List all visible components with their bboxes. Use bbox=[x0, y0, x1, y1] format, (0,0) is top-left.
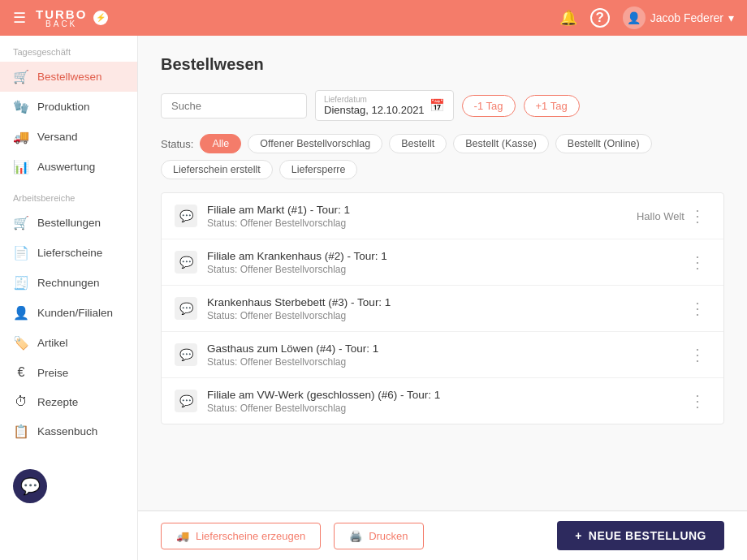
table-row[interactable]: 💬 Filiale am VW-Werk (geschlossen) (#6) … bbox=[162, 378, 723, 424]
order-status: Status: Offener Bestellvorschlag bbox=[207, 264, 668, 275]
sidebar-item-versand[interactable]: 🚚 Versand bbox=[0, 122, 137, 152]
delivery-icon: 📄 bbox=[13, 245, 29, 261]
order-icon: 💬 bbox=[175, 390, 197, 412]
cash-book-icon: 📋 bbox=[13, 424, 29, 439]
filter-bestellt-kasse[interactable]: Bestellt (Kasse) bbox=[453, 134, 549, 153]
sidebar-item-auswertung[interactable]: 📊 Auswertung bbox=[0, 152, 137, 182]
cart-icon: 🛒 bbox=[13, 69, 29, 84]
sidebar-item-label: Rechnungen bbox=[37, 277, 100, 289]
footer-bar: 🚚 Lieferscheine erzeugen 🖨️ Drucken + NE… bbox=[138, 510, 747, 560]
sidebar-item-label: Kunden/Filialen bbox=[37, 307, 113, 319]
recipe-icon: ⏱ bbox=[13, 394, 29, 409]
plus-icon: + bbox=[575, 529, 582, 542]
notification-icon[interactable]: 🔔 bbox=[559, 9, 577, 27]
invoice-icon: 🧾 bbox=[13, 275, 29, 291]
date-picker[interactable]: Lieferdatum Dienstag, 12.10.2021 📅 bbox=[315, 90, 454, 121]
sidebar-item-preise[interactable]: € Preise bbox=[0, 358, 137, 387]
truck-icon: 🚚 bbox=[176, 530, 189, 542]
sidebar-item-label: Preise bbox=[37, 367, 68, 379]
order-context-menu-icon[interactable]: ⋮ bbox=[684, 295, 710, 321]
table-row[interactable]: 💬 Krankenhaus Sterbebett (#3) - Tour: 1 … bbox=[162, 286, 723, 332]
sidebar-section-arbeitsbereiche: Arbeitsbereiche bbox=[0, 182, 137, 208]
filter-bestellt[interactable]: Bestellt bbox=[389, 134, 447, 153]
status-label: Status: bbox=[161, 138, 193, 150]
sidebar-item-lieferscheine[interactable]: 📄 Lieferscheine bbox=[0, 238, 137, 268]
order-tag: Hallo Welt bbox=[637, 210, 684, 222]
order-icon: 💬 bbox=[175, 251, 197, 274]
filter-offener-bestellvorschlag[interactable]: Offener Bestellvorschlag bbox=[248, 134, 382, 153]
logo-text: TURBO BACK bbox=[36, 8, 87, 28]
order-status: Status: Offener Bestellvorschlag bbox=[207, 403, 668, 414]
sidebar-item-label: Artikel bbox=[37, 337, 68, 349]
order-name: Filiale am Markt (#1) - Tour: 1 bbox=[207, 204, 620, 216]
sidebar-item-label: Versand bbox=[37, 131, 78, 143]
order-name: Filiale am VW-Werk (geschlossen) (#6) - … bbox=[207, 389, 668, 401]
chevron-down-icon: ▾ bbox=[728, 11, 734, 24]
table-row[interactable]: 💬 Filiale am Markt (#1) - Tour: 1 Status… bbox=[162, 193, 723, 239]
new-order-button[interactable]: + NEUE BESTELLUNG bbox=[557, 521, 724, 550]
order-context-menu-icon[interactable]: ⋮ bbox=[684, 388, 710, 414]
page-title: Bestellwesen bbox=[161, 55, 724, 74]
sidebar-item-label: Produktion bbox=[37, 101, 90, 113]
app-body: Tagesgeschäft 🛒 Bestellwesen 🧤 Produktio… bbox=[0, 36, 747, 560]
chat-bubble[interactable]: 💬 bbox=[13, 469, 47, 503]
sidebar-item-rezepte[interactable]: ⏱ Rezepte bbox=[0, 387, 137, 416]
hamburger-icon[interactable]: ☰ bbox=[13, 9, 26, 27]
order-context-menu-icon[interactable]: ⋮ bbox=[684, 249, 710, 275]
sidebar-item-label: Lieferscheine bbox=[37, 247, 102, 259]
order-context-menu-icon[interactable]: ⋮ bbox=[684, 203, 710, 229]
next-day-button[interactable]: +1 Tag bbox=[524, 95, 580, 117]
sidebar-item-produktion[interactable]: 🧤 Produktion bbox=[0, 92, 137, 122]
order-context-menu-icon[interactable]: ⋮ bbox=[684, 342, 710, 368]
order-name: Krankenhaus Sterbebett (#3) - Tour: 1 bbox=[207, 296, 668, 308]
order-icon: 💬 bbox=[175, 297, 197, 320]
avatar: 👤 bbox=[623, 6, 646, 29]
truck-icon: 🚚 bbox=[13, 129, 29, 144]
sidebar-item-rechnungen[interactable]: 🧾 Rechnungen bbox=[0, 268, 137, 298]
main-content: Bestellwesen Lieferdatum Dienstag, 12.10… bbox=[138, 36, 747, 560]
order-status: Status: Offener Bestellvorschlag bbox=[207, 356, 668, 368]
sidebar-section-tagesgeschaeft: Tagesgeschäft bbox=[0, 36, 137, 62]
filter-alle[interactable]: Alle bbox=[200, 134, 241, 153]
order-list: 💬 Filiale am Markt (#1) - Tour: 1 Status… bbox=[161, 192, 724, 424]
toolbar: Lieferdatum Dienstag, 12.10.2021 📅 -1 Ta… bbox=[161, 90, 724, 121]
chart-icon: 📊 bbox=[13, 159, 29, 174]
date-section-label: Lieferdatum bbox=[324, 95, 425, 104]
sidebar-item-label: Bestellungen bbox=[37, 217, 101, 229]
article-icon: 🏷️ bbox=[13, 335, 29, 351]
sidebar-item-label: Auswertung bbox=[37, 161, 95, 173]
prev-day-button[interactable]: -1 Tag bbox=[462, 95, 516, 117]
order-status: Status: Offener Bestellvorschlag bbox=[207, 218, 620, 229]
table-row[interactable]: 💬 Gasthaus zum Löwen (#4) - Tour: 1 Stat… bbox=[162, 332, 723, 378]
help-icon[interactable]: ? bbox=[590, 8, 610, 28]
date-value: Dienstag, 12.10.2021 bbox=[324, 104, 425, 116]
sidebar-item-label: Bestellwesen bbox=[37, 71, 102, 83]
production-icon: 🧤 bbox=[13, 99, 29, 114]
app-header: ☰ TURBO BACK 🔔 ? 👤 Jacob Federer ▾ bbox=[0, 0, 747, 36]
search-input[interactable] bbox=[161, 93, 307, 118]
filter-lieferschein[interactable]: Lieferschein erstellt bbox=[161, 160, 273, 179]
sidebar-item-bestellungen[interactable]: 🛒 Bestellungen bbox=[0, 208, 137, 238]
order-status: Status: Offener Bestellvorschlag bbox=[207, 310, 668, 321]
printer-icon: 🖨️ bbox=[349, 530, 362, 542]
lieferscheine-button[interactable]: 🚚 Lieferscheine erzeugen bbox=[161, 523, 321, 549]
filter-liefersperre[interactable]: Liefersperre bbox=[279, 160, 358, 179]
orders-icon: 🛒 bbox=[13, 215, 29, 230]
customers-icon: 👤 bbox=[13, 305, 29, 321]
sidebar-item-artikel[interactable]: 🏷️ Artikel bbox=[0, 328, 137, 358]
order-icon: 💬 bbox=[175, 343, 197, 366]
sidebar-item-label: Kassenbuch bbox=[37, 425, 97, 437]
user-menu[interactable]: 👤 Jacob Federer ▾ bbox=[623, 6, 734, 29]
drucken-button[interactable]: 🖨️ Drucken bbox=[334, 523, 423, 549]
logo: TURBO BACK bbox=[36, 8, 108, 28]
order-name: Gasthaus zum Löwen (#4) - Tour: 1 bbox=[207, 342, 668, 355]
status-filters: Status: Alle Offener Bestellvorschlag Be… bbox=[161, 134, 724, 179]
sidebar-item-label: Rezepte bbox=[37, 396, 78, 408]
price-icon: € bbox=[13, 365, 29, 380]
sidebar-item-kunden[interactable]: 👤 Kunden/Filialen bbox=[0, 298, 137, 328]
sidebar-item-kassenbuch[interactable]: 📋 Kassenbuch bbox=[0, 416, 137, 446]
sidebar-item-bestellwesen[interactable]: 🛒 Bestellwesen bbox=[0, 62, 137, 92]
table-row[interactable]: 💬 Filiale am Krankenhaus (#2) - Tour: 1 … bbox=[162, 239, 723, 286]
filter-bestellt-online[interactable]: Bestellt (Online) bbox=[555, 134, 652, 153]
order-name: Filiale am Krankenhaus (#2) - Tour: 1 bbox=[207, 250, 668, 262]
